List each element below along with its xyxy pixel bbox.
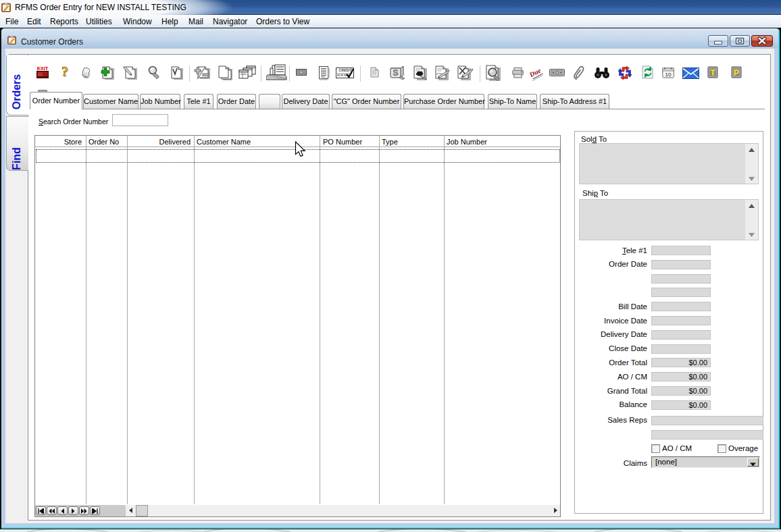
svg-text:Due: Due — [529, 66, 543, 79]
svg-text:P: P — [734, 68, 739, 78]
svg-text:CREDIT: CREDIT — [339, 68, 353, 72]
svg-text:?: ? — [61, 65, 68, 79]
svg-text:10: 10 — [665, 72, 672, 78]
svg-text:EXIT: EXIT — [37, 65, 49, 72]
svg-text:T: T — [710, 68, 715, 78]
svg-text:S: S — [393, 68, 398, 78]
